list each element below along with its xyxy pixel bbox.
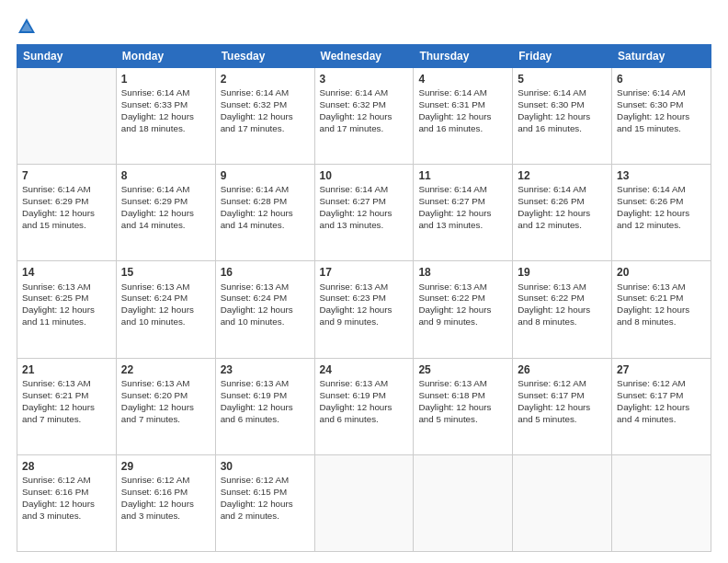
day-number: 1 bbox=[121, 72, 210, 86]
day-info: Sunrise: 6:12 AM Sunset: 6:15 PM Dayligh… bbox=[221, 475, 310, 523]
header bbox=[17, 17, 711, 37]
calendar-cell: 27Sunrise: 6:12 AM Sunset: 6:17 PM Dayli… bbox=[612, 358, 711, 454]
day-number: 12 bbox=[518, 168, 607, 183]
day-info: Sunrise: 6:14 AM Sunset: 6:30 PM Dayligh… bbox=[518, 87, 607, 135]
calendar-cell: 20Sunrise: 6:13 AM Sunset: 6:21 PM Dayli… bbox=[612, 261, 711, 358]
calendar-cell: 28Sunrise: 6:12 AM Sunset: 6:16 PM Dayli… bbox=[17, 454, 117, 551]
day-info: Sunrise: 6:14 AM Sunset: 6:27 PM Dayligh… bbox=[418, 184, 507, 232]
calendar-cell: 18Sunrise: 6:13 AM Sunset: 6:22 PM Dayli… bbox=[414, 261, 513, 358]
day-number: 9 bbox=[221, 168, 310, 183]
weekday-header: Wednesday bbox=[314, 45, 414, 68]
calendar-cell: 24Sunrise: 6:13 AM Sunset: 6:19 PM Dayli… bbox=[314, 358, 414, 454]
calendar-cell: 11Sunrise: 6:14 AM Sunset: 6:27 PM Dayli… bbox=[414, 165, 513, 261]
calendar-table: SundayMondayTuesdayWednesdayThursdayFrid… bbox=[17, 44, 711, 552]
weekday-header: Tuesday bbox=[215, 45, 314, 68]
weekday-header: Saturday bbox=[612, 45, 711, 68]
calendar-cell: 2Sunrise: 6:14 AM Sunset: 6:32 PM Daylig… bbox=[215, 68, 314, 165]
page: SundayMondayTuesdayWednesdayThursdayFrid… bbox=[0, 0, 728, 563]
day-info: Sunrise: 6:14 AM Sunset: 6:29 PM Dayligh… bbox=[22, 184, 111, 232]
day-info: Sunrise: 6:13 AM Sunset: 6:25 PM Dayligh… bbox=[22, 282, 111, 329]
weekday-header: Sunday bbox=[17, 45, 117, 68]
calendar-cell: 9Sunrise: 6:14 AM Sunset: 6:28 PM Daylig… bbox=[215, 165, 314, 261]
logo bbox=[17, 17, 40, 37]
day-info: Sunrise: 6:12 AM Sunset: 6:16 PM Dayligh… bbox=[22, 475, 111, 523]
calendar-week-row: 1Sunrise: 6:14 AM Sunset: 6:33 PM Daylig… bbox=[17, 68, 711, 165]
calendar-cell: 17Sunrise: 6:13 AM Sunset: 6:23 PM Dayli… bbox=[314, 261, 414, 358]
calendar-cell: 14Sunrise: 6:13 AM Sunset: 6:25 PM Dayli… bbox=[17, 261, 117, 358]
calendar-cell: 1Sunrise: 6:14 AM Sunset: 6:33 PM Daylig… bbox=[116, 68, 215, 165]
day-info: Sunrise: 6:13 AM Sunset: 6:24 PM Dayligh… bbox=[221, 282, 310, 329]
day-number: 4 bbox=[418, 72, 507, 86]
day-number: 7 bbox=[22, 168, 111, 183]
calendar-cell: 10Sunrise: 6:14 AM Sunset: 6:27 PM Dayli… bbox=[314, 165, 414, 261]
calendar-cell: 29Sunrise: 6:12 AM Sunset: 6:16 PM Dayli… bbox=[116, 454, 215, 551]
day-number: 27 bbox=[617, 362, 706, 377]
day-info: Sunrise: 6:14 AM Sunset: 6:30 PM Dayligh… bbox=[617, 87, 706, 135]
day-number: 8 bbox=[121, 168, 210, 183]
calendar-week-row: 7Sunrise: 6:14 AM Sunset: 6:29 PM Daylig… bbox=[17, 165, 711, 261]
calendar-cell: 4Sunrise: 6:14 AM Sunset: 6:31 PM Daylig… bbox=[414, 68, 513, 165]
calendar-cell bbox=[314, 454, 414, 551]
day-number: 29 bbox=[121, 459, 210, 474]
day-number: 11 bbox=[418, 168, 507, 183]
calendar-cell: 7Sunrise: 6:14 AM Sunset: 6:29 PM Daylig… bbox=[17, 165, 117, 261]
day-number: 13 bbox=[617, 168, 706, 183]
weekday-header: Thursday bbox=[414, 45, 513, 68]
day-info: Sunrise: 6:13 AM Sunset: 6:19 PM Dayligh… bbox=[320, 378, 409, 426]
calendar-cell: 21Sunrise: 6:13 AM Sunset: 6:21 PM Dayli… bbox=[17, 358, 117, 454]
day-info: Sunrise: 6:14 AM Sunset: 6:27 PM Dayligh… bbox=[320, 184, 409, 232]
day-info: Sunrise: 6:13 AM Sunset: 6:19 PM Dayligh… bbox=[221, 378, 310, 426]
calendar-cell: 30Sunrise: 6:12 AM Sunset: 6:15 PM Dayli… bbox=[215, 454, 314, 551]
day-info: Sunrise: 6:14 AM Sunset: 6:32 PM Dayligh… bbox=[221, 87, 310, 135]
day-info: Sunrise: 6:12 AM Sunset: 6:16 PM Dayligh… bbox=[121, 475, 210, 523]
day-info: Sunrise: 6:14 AM Sunset: 6:32 PM Dayligh… bbox=[320, 87, 409, 135]
day-number: 23 bbox=[221, 362, 310, 377]
day-info: Sunrise: 6:13 AM Sunset: 6:23 PM Dayligh… bbox=[320, 282, 409, 329]
calendar-cell: 13Sunrise: 6:14 AM Sunset: 6:26 PM Dayli… bbox=[612, 165, 711, 261]
day-info: Sunrise: 6:13 AM Sunset: 6:24 PM Dayligh… bbox=[121, 282, 210, 329]
day-number: 2 bbox=[221, 72, 310, 86]
day-info: Sunrise: 6:14 AM Sunset: 6:31 PM Dayligh… bbox=[418, 87, 507, 135]
day-info: Sunrise: 6:14 AM Sunset: 6:26 PM Dayligh… bbox=[617, 184, 706, 232]
day-info: Sunrise: 6:14 AM Sunset: 6:28 PM Dayligh… bbox=[221, 184, 310, 232]
day-info: Sunrise: 6:13 AM Sunset: 6:18 PM Dayligh… bbox=[418, 378, 507, 426]
calendar-cell bbox=[513, 454, 612, 551]
day-number: 28 bbox=[22, 459, 111, 474]
calendar-cell: 22Sunrise: 6:13 AM Sunset: 6:20 PM Dayli… bbox=[116, 358, 215, 454]
calendar-cell: 15Sunrise: 6:13 AM Sunset: 6:24 PM Dayli… bbox=[116, 261, 215, 358]
day-number: 19 bbox=[518, 265, 607, 280]
calendar-week-row: 28Sunrise: 6:12 AM Sunset: 6:16 PM Dayli… bbox=[17, 454, 711, 551]
calendar-week-row: 21Sunrise: 6:13 AM Sunset: 6:21 PM Dayli… bbox=[17, 358, 711, 454]
day-info: Sunrise: 6:12 AM Sunset: 6:17 PM Dayligh… bbox=[518, 378, 607, 426]
day-number: 14 bbox=[22, 265, 111, 280]
day-info: Sunrise: 6:12 AM Sunset: 6:17 PM Dayligh… bbox=[617, 378, 706, 426]
calendar-cell: 25Sunrise: 6:13 AM Sunset: 6:18 PM Dayli… bbox=[414, 358, 513, 454]
day-info: Sunrise: 6:13 AM Sunset: 6:21 PM Dayligh… bbox=[617, 282, 706, 329]
day-number: 16 bbox=[221, 265, 310, 280]
day-number: 18 bbox=[418, 265, 507, 280]
day-info: Sunrise: 6:13 AM Sunset: 6:22 PM Dayligh… bbox=[418, 282, 507, 329]
calendar-cell: 26Sunrise: 6:12 AM Sunset: 6:17 PM Dayli… bbox=[513, 358, 612, 454]
day-info: Sunrise: 6:13 AM Sunset: 6:21 PM Dayligh… bbox=[22, 378, 111, 426]
day-info: Sunrise: 6:13 AM Sunset: 6:20 PM Dayligh… bbox=[121, 378, 210, 426]
day-number: 20 bbox=[617, 265, 706, 280]
day-number: 3 bbox=[320, 72, 409, 86]
logo-icon bbox=[17, 17, 37, 37]
day-number: 17 bbox=[320, 265, 409, 280]
day-number: 15 bbox=[121, 265, 210, 280]
weekday-header: Monday bbox=[116, 45, 215, 68]
day-info: Sunrise: 6:14 AM Sunset: 6:33 PM Dayligh… bbox=[121, 87, 210, 135]
day-info: Sunrise: 6:14 AM Sunset: 6:29 PM Dayligh… bbox=[121, 184, 210, 232]
calendar-cell: 8Sunrise: 6:14 AM Sunset: 6:29 PM Daylig… bbox=[116, 165, 215, 261]
day-number: 10 bbox=[320, 168, 409, 183]
calendar-cell: 23Sunrise: 6:13 AM Sunset: 6:19 PM Dayli… bbox=[215, 358, 314, 454]
day-number: 6 bbox=[617, 72, 706, 86]
day-number: 25 bbox=[418, 362, 507, 377]
calendar-cell: 12Sunrise: 6:14 AM Sunset: 6:26 PM Dayli… bbox=[513, 165, 612, 261]
day-number: 22 bbox=[121, 362, 210, 377]
day-number: 21 bbox=[22, 362, 111, 377]
day-number: 24 bbox=[320, 362, 409, 377]
day-number: 5 bbox=[518, 72, 607, 86]
calendar-cell: 6Sunrise: 6:14 AM Sunset: 6:30 PM Daylig… bbox=[612, 68, 711, 165]
calendar-cell bbox=[612, 454, 711, 551]
